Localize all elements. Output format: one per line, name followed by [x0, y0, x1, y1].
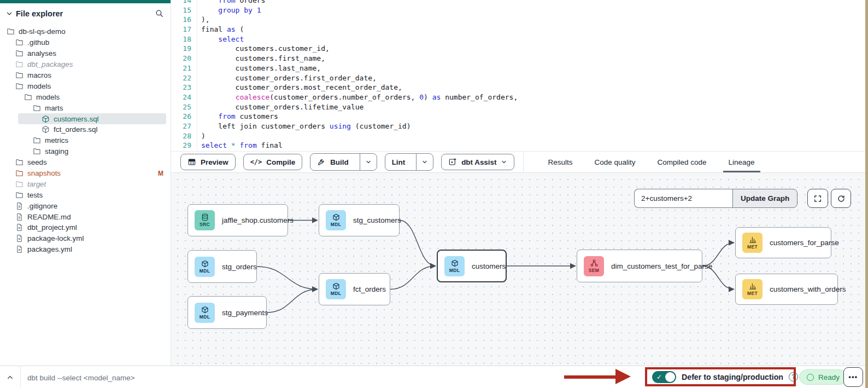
code-editor[interactable]: 14 from orders15 group by 116),17final a…: [171, 0, 865, 151]
tree-item-customers-sql[interactable]: customers.sql: [18, 113, 166, 124]
folder-icon: [33, 147, 41, 155]
update-graph-button[interactable]: Update Graph: [732, 189, 797, 208]
code-line[interactable]: 14 from orders: [171, 0, 865, 5]
build-dropdown-button[interactable]: [360, 154, 377, 170]
build-button[interactable]: Build: [310, 154, 355, 170]
command-input[interactable]: [26, 368, 520, 387]
code-line[interactable]: 18 select: [171, 34, 865, 44]
compile-button[interactable]: </> Compile: [243, 154, 303, 170]
line-number: 15: [171, 5, 197, 15]
refresh-button[interactable]: [831, 189, 851, 208]
tree-item-analyses[interactable]: analyses: [0, 48, 171, 59]
code-lines: 14 from orders15 group by 116),17final a…: [171, 0, 865, 150]
code-line[interactable]: 23 customer_orders.most_recent_order_dat…: [171, 83, 865, 92]
badge-label: SRC: [200, 222, 210, 227]
lineage-node-stg_orders[interactable]: MDLstg_orders: [187, 250, 257, 283]
code-line[interactable]: 26 from customers: [171, 112, 865, 121]
lineage-node-dim_customers_test_for_parse[interactable]: SEMdim_customers_test_for_parse: [577, 250, 702, 282]
code-text: coalesce(customer_orders.number_of_order…: [197, 92, 518, 102]
badge-label: MDL: [331, 291, 341, 296]
code-text: customer_orders.first_order_date,: [197, 73, 377, 83]
node-label: stg_customers: [353, 216, 401, 224]
tree-item-models[interactable]: models: [0, 80, 171, 91]
more-options-button[interactable]: •••: [843, 367, 863, 387]
lineage-panel: SRCjaffle_shop.customersMDLstg_customers…: [171, 173, 865, 366]
tree-item-package-lock-yml[interactable]: package-lock.yml: [0, 233, 171, 244]
help-icon[interactable]: ?: [789, 372, 798, 381]
tab-results[interactable]: Results: [547, 152, 573, 172]
tree-item-packages-yml[interactable]: packages.yml: [0, 244, 171, 255]
lineage-node-fct_orders[interactable]: MDLfct_orders: [319, 273, 390, 305]
metric-badge-icon: MET: [742, 233, 763, 253]
folder-icon: [33, 104, 41, 112]
line-number: 26: [171, 112, 197, 121]
tree-item-marts[interactable]: marts: [0, 102, 171, 113]
code-text: select * from final: [197, 141, 283, 150]
code-line[interactable]: 15 group by 1: [171, 5, 865, 15]
line-number: 27: [171, 121, 197, 131]
lineage-selector-input[interactable]: [634, 189, 732, 208]
tree-item--github[interactable]: .github: [0, 37, 171, 48]
tree-item-staging[interactable]: staging: [0, 146, 171, 157]
tree-item-label: macros: [27, 71, 51, 79]
search-icon[interactable]: [155, 9, 164, 18]
tree-item-metrics[interactable]: metrics: [0, 135, 171, 146]
tab-compiled-code[interactable]: Compiled code: [656, 152, 707, 172]
lineage-node-stg_payments[interactable]: MDLstg_payments: [187, 296, 267, 329]
lint-button[interactable]: Lint: [385, 154, 412, 170]
tree-item-snapshots[interactable]: snapshotsM: [0, 168, 171, 179]
code-line[interactable]: 29select * from final: [171, 141, 865, 150]
line-number: 16: [171, 15, 197, 25]
code-icon: </>: [250, 158, 262, 166]
code-line[interactable]: 19 customers.customer_id,: [171, 44, 865, 54]
code-line[interactable]: 24 coalesce(customer_orders.number_of_or…: [171, 92, 865, 102]
lineage-node-customers[interactable]: MDLcustomers: [437, 250, 507, 282]
preview-button[interactable]: Preview: [180, 154, 236, 170]
folder-icon: [15, 180, 24, 188]
node-label: customers_for_parse: [770, 239, 839, 247]
tree-item-db-sl-qs-demo[interactable]: db-sl-qs-demo: [0, 26, 171, 37]
code-line[interactable]: 28): [171, 131, 865, 141]
dbt-assist-button[interactable]: dbt Assist: [441, 154, 514, 170]
file-explorer-sidebar: File explorer db-sl-qs-demo.githubanalys…: [0, 0, 171, 366]
tree-item-label: .gitignore: [27, 202, 57, 210]
tree-item-readme-md[interactable]: README.md: [0, 211, 171, 222]
defer-toggle[interactable]: ✓: [652, 371, 676, 383]
tree-item-dbt-packages[interactable]: dbt_packages: [0, 59, 171, 70]
file-icon: [15, 234, 24, 242]
line-number: 21: [171, 63, 197, 73]
node-label: fct_orders: [353, 285, 386, 293]
lineage-node-customers_with_orders[interactable]: METcustomers_with_orders: [735, 274, 838, 305]
file-tree: db-sl-qs-demo.githubanalysesdbt_packages…: [0, 21, 171, 255]
defer-toggle-annotation-box: ✓ Defer to staging/production ?: [645, 367, 796, 386]
lint-dropdown-button[interactable]: [416, 154, 433, 170]
fullscreen-button[interactable]: [807, 189, 828, 208]
tree-item-models[interactable]: models: [0, 91, 171, 102]
tab-lineage[interactable]: Lineage: [728, 152, 756, 172]
code-line[interactable]: 20 customers.first_name,: [171, 54, 865, 63]
lint-split-button: Lint: [385, 153, 434, 171]
tree-item-macros[interactable]: macros: [0, 70, 171, 81]
tree-item-label: marts: [45, 104, 63, 112]
code-line[interactable]: 21 customers.last_name,: [171, 63, 865, 73]
lineage-node-customers_for_parse[interactable]: METcustomers_for_parse: [735, 227, 831, 258]
lineage-node-stg_customers[interactable]: MDLstg_customers: [319, 204, 400, 236]
code-line[interactable]: 17final as (: [171, 25, 865, 34]
tree-item-fct-orders-sql[interactable]: fct_orders.sql: [0, 124, 171, 135]
code-line[interactable]: 22 customer_orders.first_order_date,: [171, 73, 865, 83]
tab-code-quality[interactable]: Code quality: [593, 152, 636, 172]
tree-item--gitignore[interactable]: .gitignore: [0, 200, 171, 211]
code-line[interactable]: 16),: [171, 15, 865, 25]
code-line[interactable]: 25 customer_orders.lifetime_value: [171, 102, 865, 112]
status-label: Ready: [818, 373, 840, 381]
tree-item-target[interactable]: target: [0, 178, 171, 189]
chevron-down-icon[interactable]: [5, 10, 13, 18]
chevron-up-icon[interactable]: [6, 373, 14, 381]
tree-item-tests[interactable]: tests: [0, 189, 171, 200]
code-line[interactable]: 27 left join customer_orders using (cust…: [171, 121, 865, 131]
code-text: customer_orders.most_recent_order_date,: [197, 83, 402, 92]
tree-item-dbt-project-yml[interactable]: dbt_project.yml: [0, 222, 171, 233]
lineage-node-jaffle_shop_customers[interactable]: SRCjaffle_shop.customers: [187, 204, 288, 236]
tree-item-seeds[interactable]: seeds: [0, 157, 171, 168]
result-tabs: ResultsCode qualityCompiled codeLineage: [547, 152, 755, 172]
